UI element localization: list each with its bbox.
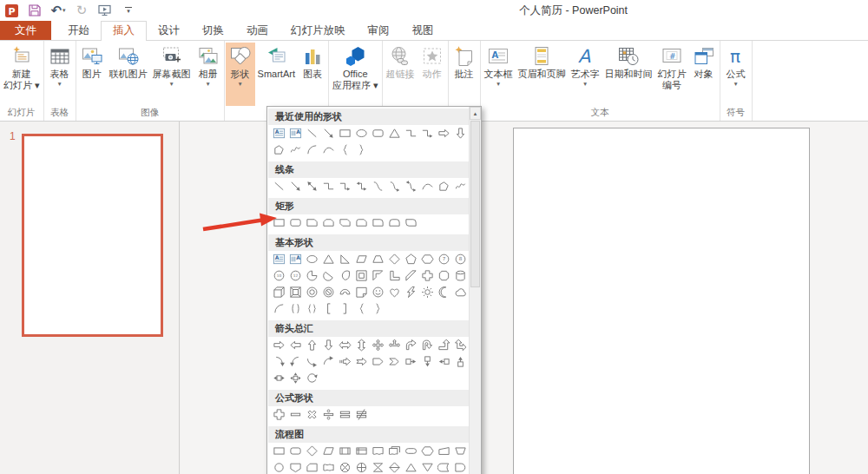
tab-slideshow[interactable]: 幻灯片放映 (279, 21, 357, 40)
shape-flowchart-manual-operation[interactable] (452, 443, 469, 459)
shape-block-arrow-right[interactable] (436, 125, 452, 142)
shape-decagon[interactable]: 10 (271, 267, 287, 284)
shape-line[interactable] (271, 178, 287, 194)
shape-left-up-arrow[interactable] (452, 337, 469, 353)
shape-flowchart-process[interactable] (271, 443, 287, 459)
shape-quad-arrow-callout[interactable] (287, 370, 304, 386)
shape-pentagon[interactable] (403, 251, 419, 267)
shape-text-box[interactable]: A (271, 125, 287, 142)
smartart-button[interactable]: SmartArt (255, 43, 298, 106)
shape-pentagon-arrow[interactable] (370, 353, 386, 370)
shape-round-diagonal-corner-rect[interactable] (403, 214, 419, 231)
tab-home[interactable]: 开始 (56, 21, 101, 40)
shape-left-bracket[interactable] (320, 300, 337, 317)
shape-block-arrow-down[interactable] (320, 337, 337, 353)
shape-double-bracket[interactable] (287, 300, 304, 317)
shape-cube[interactable] (271, 284, 287, 300)
shape-block-arrow-left-right[interactable] (337, 337, 353, 353)
shape-math-minus[interactable] (287, 406, 304, 423)
date-time-button[interactable]: 日期和时间 (602, 43, 655, 106)
shape-curved-up-arrow[interactable] (320, 353, 337, 370)
equation-button[interactable]: π公式▾ (721, 43, 751, 106)
photo-album-button[interactable]: 相册▾ (194, 43, 223, 106)
shape-flowchart-decision[interactable] (304, 443, 320, 459)
comment-button[interactable]: 批注 (450, 43, 479, 106)
redo-button[interactable]: ↻ (74, 2, 89, 19)
shape-v-text-box[interactable]: A (287, 125, 304, 142)
shape-striped-right-arrow[interactable] (337, 353, 353, 370)
shape-sun[interactable] (419, 284, 436, 300)
shape-round-single-corner-rect[interactable] (370, 214, 386, 231)
shape-flowchart-delay[interactable] (452, 459, 469, 474)
shape-flowchart-data[interactable] (320, 443, 337, 459)
shape-flowchart-manual-input[interactable] (436, 443, 452, 459)
shape-trapezoid[interactable] (370, 251, 386, 267)
shape-elbow-arrow-connector[interactable] (419, 125, 436, 142)
shape-diagonal-stripe[interactable] (403, 267, 419, 284)
shape-flowchart-merge[interactable] (419, 459, 436, 474)
shape-rect[interactable] (271, 214, 287, 231)
shape-v-text-box[interactable]: A (287, 251, 304, 267)
slide-thumbnail-panel[interactable]: 1 (0, 122, 180, 474)
slide-number-button[interactable]: #幻灯片编号 (655, 43, 689, 106)
shape-flowchart-terminator[interactable] (403, 443, 419, 459)
shape-text-box[interactable]: A (271, 251, 287, 267)
shape-donut[interactable] (304, 284, 320, 300)
shape-snip-diagonal-corner-rect[interactable] (337, 214, 353, 231)
shape-double-arrow[interactable] (304, 178, 320, 194)
shape-flowchart-punched-tape[interactable] (320, 459, 337, 474)
new-slide-button[interactable]: 新建幻灯片 ▾ (1, 43, 43, 106)
shape-dodecagon[interactable]: 12 (287, 267, 304, 284)
shape-can[interactable] (452, 267, 469, 284)
shape-flowchart-internal-storage[interactable] (353, 443, 370, 459)
shape-elbow-connector[interactable] (403, 125, 419, 142)
shape-oval[interactable] (353, 125, 370, 142)
shape-block-arrow-up-down[interactable] (353, 337, 370, 353)
shape-scribble[interactable] (452, 178, 469, 194)
shape-heart[interactable] (386, 284, 403, 300)
wordart-button[interactable]: A艺术字▾ (569, 43, 602, 106)
shape-left-arrow-callout[interactable] (436, 353, 452, 370)
shape-curve[interactable] (419, 178, 436, 194)
shape-bevel[interactable] (287, 284, 304, 300)
shape-math-multiply[interactable] (304, 406, 320, 423)
screenshot-button[interactable]: 屏幕截图▾ (150, 43, 194, 106)
shape-block-arrow-up[interactable] (304, 337, 320, 353)
shapes-button[interactable]: 形状▾ (226, 43, 255, 106)
shape-flowchart-off-page-connector[interactable] (287, 459, 304, 474)
shape-moon[interactable] (436, 284, 452, 300)
shape-freeform[interactable] (436, 178, 452, 194)
shape-chord[interactable] (320, 267, 337, 284)
shape-frame[interactable] (353, 267, 370, 284)
shape-bent-up-arrow[interactable] (436, 337, 452, 353)
shape-pie[interactable] (304, 267, 320, 284)
shape-flowchart-card[interactable] (304, 459, 320, 474)
shape-oval[interactable] (304, 251, 320, 267)
shape-quad-arrow[interactable] (370, 337, 386, 353)
shape-arrow[interactable] (320, 125, 337, 142)
shape-diamond[interactable] (386, 251, 403, 267)
shape-smiley-face[interactable] (370, 284, 386, 300)
shape-curved-double-arrow-connector[interactable] (403, 178, 419, 194)
shape-snip-same-side-corner-rect[interactable] (320, 214, 337, 231)
shape-flowchart-predefined-process[interactable] (337, 443, 353, 459)
shape-right-brace[interactable] (353, 142, 370, 158)
shape-rect[interactable] (337, 125, 353, 142)
shape-round-same-side-corner-rect[interactable] (386, 214, 403, 231)
shape-flowchart-alternate-process[interactable] (287, 443, 304, 459)
scroll-up-button[interactable]: ▲ (470, 107, 481, 120)
shape-right-bracket[interactable] (337, 300, 353, 317)
shape-lightning-bolt[interactable] (403, 284, 419, 300)
undo-button[interactable]: ↶▾ (50, 2, 66, 19)
shape-notched-right-arrow[interactable] (353, 353, 370, 370)
shape-flowchart-collate[interactable] (370, 459, 386, 474)
shape-round-rect[interactable] (370, 125, 386, 142)
tab-animations[interactable]: 动画 (235, 21, 279, 40)
shape-no-symbol[interactable] (320, 284, 337, 300)
shape-isoceles-triangle[interactable] (386, 125, 403, 142)
pictures-button[interactable]: 图片 (77, 43, 107, 106)
object-button[interactable]: 对象 (689, 43, 719, 106)
shape-curved-right-arrow[interactable] (271, 353, 287, 370)
shape-chevron-arrow[interactable] (386, 353, 403, 370)
header-footer-button[interactable]: 页眉和页脚 (516, 43, 569, 106)
